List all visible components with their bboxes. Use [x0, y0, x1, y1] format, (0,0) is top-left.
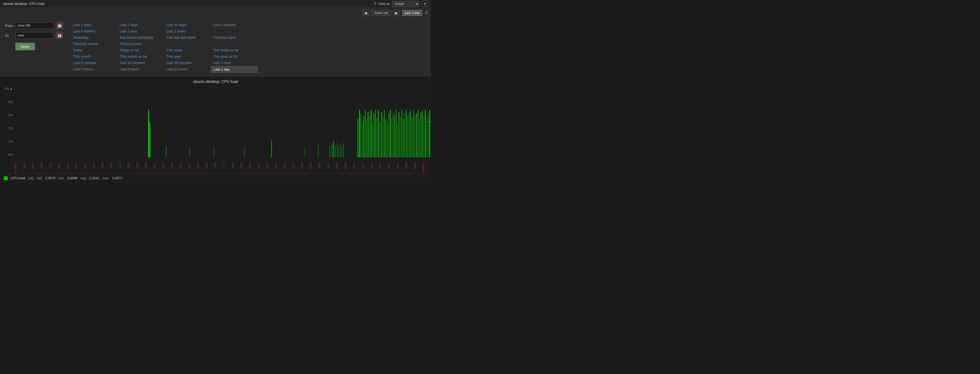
x-label: 16:00 [197, 163, 205, 169]
x-label: 13:30 [153, 163, 162, 169]
quick-range-last-2-days[interactable]: Last 2 days [71, 22, 118, 28]
quick-range-this-day-last-week[interactable]: This day last week [164, 35, 211, 40]
x-label: 00:30 [344, 163, 353, 169]
quick-range-last-5-min[interactable]: Last 5 minutes [71, 60, 118, 65]
clock-icon[interactable]: ⏱ [425, 11, 428, 15]
title-bar-right: ? View as Graph ★ [374, 1, 428, 7]
quick-range-previous-week[interactable]: Previous week [211, 35, 258, 40]
quick-range-last-12-hours[interactable]: Last 12 hours [164, 66, 211, 73]
svg-rect-100 [428, 113, 428, 158]
quick-range-day-before-yesterday[interactable]: Day before yesterday [118, 35, 164, 40]
svg-rect-99 [426, 118, 427, 158]
quick-range-today-so-far[interactable]: Today so far [118, 47, 164, 53]
x-label: 12:30 [136, 163, 145, 169]
x-label: 03:00 [388, 163, 396, 169]
graph-svg [14, 86, 431, 158]
svg-rect-101 [430, 110, 430, 158]
quick-range-this-year[interactable]: This year [164, 54, 211, 59]
to-calendar-button[interactable]: 📅 [56, 32, 63, 39]
quick-range-this-week[interactable]: This week [164, 47, 211, 53]
quick-range-last-30-days[interactable]: Last 30 days [164, 22, 211, 28]
y-label-15: 1.5 [0, 127, 14, 130]
x-label: 08:00 [58, 163, 67, 169]
x-axis: 09-03 05:29 06:00 06:30 07:00 07:30 08:0… [0, 163, 431, 174]
svg-rect-87 [409, 113, 410, 158]
svg-rect-79 [397, 122, 398, 158]
quick-range-last-1-hour[interactable]: Last 1 hour [211, 60, 258, 65]
svg-rect-43 [329, 146, 330, 158]
x-label: 09:00 [75, 163, 84, 169]
from-calendar-button[interactable]: 📅 [56, 22, 63, 29]
prev-button[interactable]: ◀ [362, 10, 369, 16]
svg-rect-65 [377, 118, 377, 158]
quick-range-this-month-so-far[interactable]: This month so far [118, 54, 164, 59]
x-label: 22:00 [301, 163, 310, 169]
quick-range-last-6-hours[interactable]: Last 6 hours [118, 66, 164, 73]
svg-rect-75 [391, 118, 392, 158]
svg-rect-86 [407, 116, 408, 158]
svg-rect-55 [362, 122, 362, 158]
legend-series-name: CPU load [11, 176, 25, 180]
x-label: 18:00 [231, 163, 240, 169]
help-icon[interactable]: ? [374, 2, 376, 6]
graph-container: ubuntu desktop: CPU load 3.0 ▲ 2.5 2.0 1… [0, 76, 431, 182]
quick-range-last-15-min[interactable]: Last 15 minutes [118, 60, 164, 65]
quick-range-this-week-so-far[interactable]: This week so far [211, 47, 258, 53]
y-axis: 3.0 ▲ 2.5 2.0 1.5 1.0 0.5 [0, 86, 14, 158]
svg-rect-85 [406, 110, 407, 158]
svg-rect-76 [393, 113, 393, 158]
legend-color-swatch [4, 176, 8, 180]
legend-last-value: 2.0679 [45, 176, 56, 180]
view-as-select[interactable]: Graph [392, 1, 420, 7]
quick-range-today[interactable]: Today [71, 47, 118, 53]
from-row: From 📅 [5, 22, 65, 29]
x-label: 06:30 [32, 163, 40, 169]
to-input[interactable] [15, 32, 54, 39]
apply-button[interactable]: Apply [15, 43, 35, 50]
x-label: 06:00 [23, 163, 32, 169]
quick-range-last-2-years[interactable]: Last 2 years [164, 28, 211, 34]
quick-range-last-7-days[interactable]: Last 7 days [118, 22, 164, 28]
quick-range-this-year-so-far[interactable]: This year so far [211, 54, 258, 59]
quick-range-last-1-year[interactable]: Last 1 year [118, 28, 164, 34]
svg-rect-47 [337, 143, 337, 158]
svg-rect-71 [385, 119, 386, 158]
quick-range-last-1-day[interactable]: Last 1 day [211, 66, 258, 73]
quick-range-last-3-months[interactable]: Last 3 months [211, 22, 258, 28]
datepicker-panel: From 📅 To 📅 Apply Last 2 days Last 7 day… [0, 18, 431, 76]
svg-rect-51 [343, 143, 344, 158]
quick-range-yesterday[interactable]: Yesterday [71, 35, 118, 40]
quick-range-last-30-min[interactable]: Last 30 minutes [164, 60, 211, 65]
svg-rect-68 [381, 112, 382, 158]
star-button[interactable]: ★ [422, 1, 428, 6]
svg-rect-60 [369, 115, 370, 158]
x-label: 19:30 [258, 163, 266, 169]
x-label: 15:30 [188, 163, 197, 169]
svg-rect-63 [374, 113, 374, 158]
svg-rect-45 [333, 141, 334, 158]
quick-range-last-6-months[interactable]: Last 6 months [71, 28, 118, 34]
quick-range-previous-month[interactable]: Previous month [71, 41, 118, 47]
quick-range-previous-year[interactable]: Previous year [118, 41, 164, 47]
view-as-label: View as [378, 2, 390, 6]
from-input[interactable] [15, 22, 54, 29]
x-label: 21:30 [292, 163, 301, 169]
x-label: 16:30 [205, 163, 214, 169]
title-bar-left: ubuntu desktop: CPU load [3, 2, 45, 6]
zoom-out-button[interactable]: Zoom out [371, 10, 391, 16]
x-label: 09-03 05:29 [14, 163, 23, 174]
y-label-3: 3.0 ▲ [0, 87, 14, 90]
legend-min-label: min [59, 176, 64, 180]
next-button[interactable]: ▶ [393, 10, 400, 16]
x-label: 20:00 [266, 163, 275, 169]
svg-rect-84 [405, 113, 405, 158]
svg-rect-44 [332, 143, 332, 158]
last-day-button[interactable]: Last 1 day [402, 10, 422, 16]
quick-range-last-3-hours[interactable]: Last 3 hours [71, 66, 118, 73]
svg-rect-94 [419, 119, 420, 158]
svg-rect-66 [378, 110, 379, 158]
svg-rect-33 [148, 110, 149, 158]
graph-title: ubuntu desktop: CPU load [0, 80, 431, 84]
quick-range-this-month[interactable]: This month [71, 54, 118, 59]
x-label: 00:00 [336, 163, 344, 169]
